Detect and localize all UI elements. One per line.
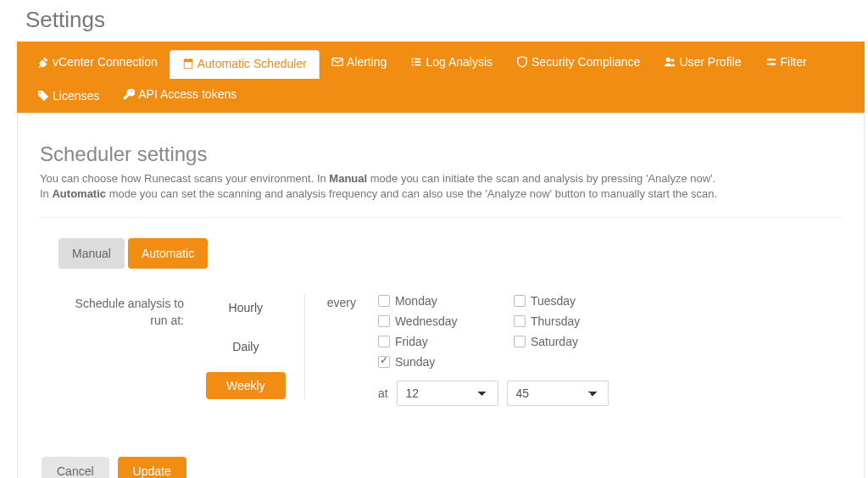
day-monday[interactable]: Monday	[378, 294, 497, 308]
day-friday-checkbox[interactable]	[378, 336, 390, 347]
day-thursday[interactable]: Thursday	[514, 314, 632, 328]
section-description: You can choose how Runecast scans your e…	[40, 171, 842, 202]
tab-bar: vCenter Connection Automatic Scheduler A…	[17, 42, 865, 114]
tab-label: Log Analysis	[426, 55, 492, 69]
freq-hourly-button[interactable]: Hourly	[209, 294, 283, 321]
tab-filter[interactable]: Filter	[754, 47, 819, 77]
cancel-button[interactable]: Cancel	[42, 457, 109, 478]
day-saturday-checkbox[interactable]	[514, 336, 526, 347]
tag-icon	[37, 90, 49, 102]
day-tuesday-checkbox[interactable]	[514, 295, 526, 307]
tab-automatic-scheduler[interactable]: Automatic Scheduler	[170, 50, 320, 79]
calendar-icon	[182, 58, 194, 69]
divider	[40, 217, 842, 218]
tab-alerting[interactable]: Alerting	[320, 47, 398, 77]
svg-point-4	[771, 63, 775, 66]
list-icon	[410, 56, 422, 68]
plug-icon	[37, 56, 49, 68]
day-tuesday[interactable]: Tuesday	[514, 294, 632, 308]
svg-point-3	[768, 58, 771, 62]
tab-label: Alerting	[347, 55, 387, 69]
day-wednesday[interactable]: Wednesday	[378, 314, 497, 328]
tab-label: Filter	[781, 55, 807, 69]
tab-label: Automatic Scheduler	[198, 57, 307, 70]
update-button[interactable]: Update	[118, 457, 186, 478]
tab-licenses[interactable]: Licenses	[25, 81, 111, 111]
day-saturday[interactable]: Saturday	[514, 335, 632, 348]
day-thursday-checkbox[interactable]	[514, 315, 526, 327]
mode-automatic-button[interactable]: Automatic	[128, 238, 208, 269]
content-panel: Scheduler settings You can choose how Ru…	[17, 114, 865, 478]
minute-select[interactable]: 45	[507, 381, 609, 406]
day-monday-checkbox[interactable]	[378, 295, 390, 307]
tab-label: vCenter Connection	[53, 55, 158, 69]
day-wednesday-checkbox[interactable]	[378, 315, 390, 327]
day-sunday[interactable]: Sunday	[378, 355, 497, 369]
tab-vcenter-connection[interactable]: vCenter Connection	[25, 47, 170, 77]
svg-point-2	[671, 59, 675, 63]
tab-label: User Profile	[679, 55, 741, 69]
mode-manual-button[interactable]: Manual	[58, 238, 125, 269]
tab-label: Licenses	[53, 89, 99, 103]
users-icon	[664, 56, 676, 68]
tab-label: API Access tokens	[138, 87, 236, 101]
freq-daily-button[interactable]: Daily	[209, 333, 283, 360]
sliders-icon	[765, 56, 777, 68]
mail-icon	[331, 56, 343, 68]
schedule-label: Schedule analysis to run at:	[65, 294, 184, 329]
tab-log-analysis[interactable]: Log Analysis	[398, 47, 504, 77]
tab-user-profile[interactable]: User Profile	[652, 47, 753, 77]
svg-rect-0	[332, 58, 342, 66]
section-title: Scheduler settings	[40, 142, 842, 166]
shield-icon	[516, 56, 528, 68]
freq-weekly-button[interactable]: Weekly	[206, 372, 286, 399]
tab-label: Security Compliance	[531, 55, 640, 69]
at-label: at	[378, 386, 388, 400]
key-icon	[123, 88, 135, 100]
day-sunday-checkbox[interactable]	[378, 356, 390, 368]
hour-select[interactable]: 12	[397, 381, 498, 406]
tab-api-access-tokens[interactable]: API Access tokens	[111, 79, 248, 113]
every-label: every	[327, 294, 356, 309]
tab-security-compliance[interactable]: Security Compliance	[504, 47, 652, 77]
page-title: Settings	[25, 7, 868, 33]
svg-point-1	[666, 58, 670, 62]
day-friday[interactable]: Friday	[378, 335, 497, 348]
